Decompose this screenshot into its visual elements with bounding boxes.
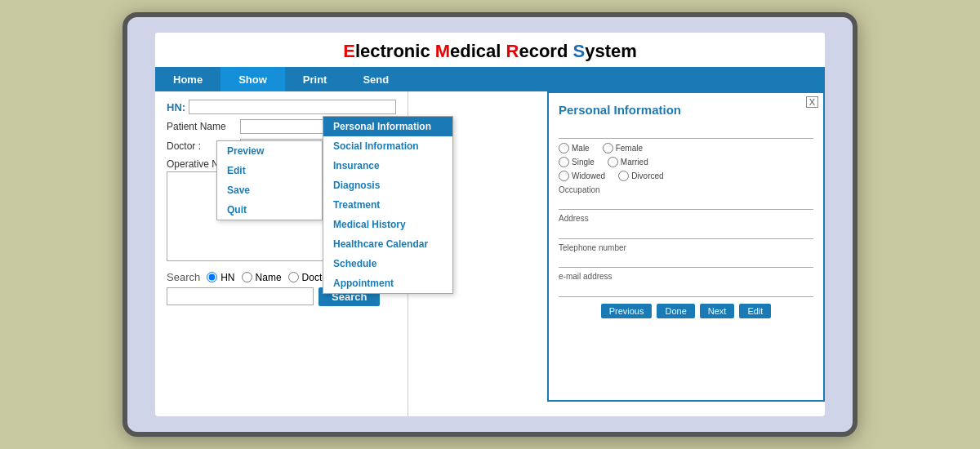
pi-address-label: Address — [559, 214, 813, 223]
pi-marital-row2: Widowed Divorced — [559, 171, 813, 181]
pi-marital-row: Single Married — [559, 157, 813, 167]
title-r: R — [506, 41, 519, 61]
menu-send[interactable]: Send — [345, 67, 407, 91]
subdropdown-healthcare-calendar[interactable]: Healthcare Calendar — [323, 234, 452, 254]
radio-doctor-input[interactable] — [288, 272, 299, 282]
divorced-label: Divorced — [631, 171, 663, 180]
pi-occupation-input[interactable] — [559, 197, 813, 210]
pi-single[interactable]: Single — [559, 157, 595, 167]
panel-title: Personal Information — [559, 103, 813, 117]
hn-row: HN: — [167, 100, 396, 114]
pi-address-input[interactable] — [559, 226, 813, 239]
pi-name-field — [559, 123, 813, 139]
widowed-label: Widowed — [572, 171, 605, 180]
pi-buttons: Previous Done Next Edit — [559, 304, 813, 318]
pi-email-input[interactable] — [559, 284, 813, 297]
hn-input[interactable] — [189, 100, 396, 114]
married-label: Married — [621, 158, 648, 167]
pi-telephone-label: Telephone number — [559, 243, 813, 252]
pi-telephone-field: Telephone number — [559, 243, 813, 269]
radio-single[interactable] — [559, 157, 569, 167]
pi-email-field: e-mail address — [559, 272, 813, 297]
dropdown-save[interactable]: Save — [217, 180, 322, 200]
close-icon[interactable]: X — [806, 96, 818, 108]
dropdown-preview[interactable]: Preview — [217, 141, 322, 161]
radio-divorced[interactable] — [618, 171, 629, 181]
pi-gender-male[interactable]: Male — [559, 143, 590, 153]
pi-divorced[interactable]: Divorced — [618, 171, 663, 181]
pi-widowed[interactable]: Widowed — [559, 171, 605, 181]
pi-gender-female[interactable]: Female — [603, 143, 643, 153]
subdropdown-medical-history[interactable]: Medical History — [323, 215, 452, 234]
radio-female[interactable] — [603, 143, 613, 153]
dropdown-quit[interactable]: Quit — [217, 200, 322, 220]
menu-show[interactable]: Show — [220, 67, 285, 91]
female-label: Female — [616, 144, 643, 153]
title-m: M — [435, 41, 450, 61]
pi-edit-button[interactable]: Edit — [739, 304, 771, 318]
radio-married[interactable] — [608, 157, 618, 167]
search-input[interactable] — [167, 287, 314, 305]
pi-previous-button[interactable]: Previous — [601, 304, 653, 318]
patient-name-label: Patient Name — [167, 121, 240, 132]
male-label: Male — [572, 144, 590, 153]
single-label: Single — [572, 158, 595, 167]
pi-address-field: Address — [559, 214, 813, 239]
search-label: Search — [167, 271, 200, 283]
app-title: Electronic Medical Record System — [155, 33, 825, 67]
pi-email-label: e-mail address — [559, 272, 813, 281]
show-sub-dropdown: Personal Information Social Information … — [323, 116, 453, 294]
radio-hn[interactable]: HN — [207, 272, 234, 283]
pi-married[interactable]: Married — [608, 157, 648, 167]
radio-hn-input[interactable] — [207, 272, 217, 282]
pi-gender-row: Male Female — [559, 143, 813, 153]
menubar: Home Show Print Send — [155, 67, 825, 91]
radio-name-input[interactable] — [242, 272, 252, 282]
menu-home[interactable]: Home — [155, 67, 220, 91]
title-s: S — [572, 41, 585, 61]
pi-name-input[interactable] — [559, 126, 813, 139]
pi-occupation-field: Occupation — [559, 185, 813, 211]
personal-info-panel: X Personal Information Male Female — [547, 91, 825, 402]
subdropdown-diagnosis[interactable]: Diagnosis — [323, 176, 452, 195]
subdropdown-treatment[interactable]: Treatment — [323, 195, 452, 215]
pi-done-button[interactable]: Done — [657, 304, 694, 318]
tablet: Electronic Medical Record System Home Sh… — [122, 12, 858, 437]
radio-name[interactable]: Name — [242, 272, 282, 283]
menu-print[interactable]: Print — [285, 67, 345, 91]
dropdown-edit[interactable]: Edit — [217, 161, 322, 180]
show-dropdown: Preview Edit Save Quit — [216, 140, 323, 220]
subdropdown-insurance[interactable]: Insurance — [323, 156, 452, 176]
subdropdown-social-info[interactable]: Social Information — [323, 136, 452, 156]
subdropdown-personal-info[interactable]: Personal Information — [323, 117, 452, 136]
pi-occupation-label: Occupation — [559, 185, 813, 194]
radio-male[interactable] — [559, 143, 569, 153]
main-content: HN: Patient Name Doctor : Operative Note… — [155, 91, 825, 416]
radio-widowed[interactable] — [559, 171, 569, 181]
subdropdown-schedule[interactable]: Schedule — [323, 254, 452, 273]
title-e: E — [343, 41, 355, 61]
pi-telephone-input[interactable] — [559, 255, 813, 268]
subdropdown-appointment[interactable]: Appointment — [323, 273, 452, 293]
pi-next-button[interactable]: Next — [700, 304, 735, 318]
hn-label: HN: — [167, 101, 185, 113]
screen: Electronic Medical Record System Home Sh… — [155, 33, 825, 416]
